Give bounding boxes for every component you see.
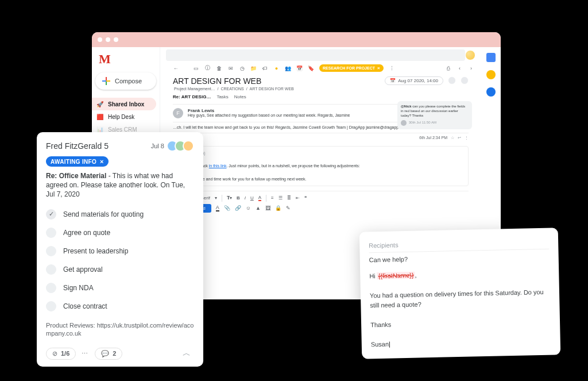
reply-icon[interactable]: ↩ — [458, 136, 461, 140]
back-icon[interactable]: ← — [173, 65, 179, 71]
compose-action-bar: Send A 📎 🔗 ☺ ▲ 🖼 🔒 ✎ — [189, 203, 469, 216]
task-assignees[interactable] — [170, 140, 194, 152]
move-icon[interactable]: 📁 — [250, 65, 257, 71]
sidebar-item-help-desk[interactable]: 🟥 Help Desk — [92, 110, 156, 123]
search-input[interactable] — [166, 49, 465, 61]
task-subject: Re: Office Material - This is what we ha… — [46, 171, 194, 199]
breadcrumb[interactable]: Project Management… / CREATIONS / ART DE… — [173, 87, 380, 91]
calendar-addon-icon[interactable] — [486, 53, 496, 62]
remove-status-icon[interactable]: × — [100, 158, 104, 165]
compose-button[interactable]: Compose — [95, 72, 156, 90]
status-chip[interactable]: AWAITING INFO × — [46, 156, 109, 167]
bold-icon[interactable]: B — [237, 195, 240, 201]
account-avatar[interactable] — [465, 50, 475, 60]
subtask-row[interactable]: Sign NDA — [46, 279, 194, 297]
subtask-checkbox[interactable]: ✓ — [46, 209, 56, 220]
window-title-bar — [92, 32, 501, 47]
subtask-checkbox[interactable] — [46, 228, 56, 238]
compose-body[interactable]: Hi {{firstName}}, You had a question on … — [369, 263, 551, 350]
inline-link[interactable]: in this link — [209, 164, 227, 168]
remove-label-icon[interactable]: × — [377, 66, 380, 71]
drag-date-icon[interactable]: 📅 — [296, 65, 303, 71]
compose-card[interactable]: Recipients Can we help? Hi {{firstName}}… — [359, 228, 561, 359]
tasks-addon-icon[interactable] — [486, 87, 496, 97]
subtask-label: Sign NDA — [63, 284, 94, 292]
emoji-icon[interactable]: ☺ — [246, 205, 251, 211]
star-icon[interactable]: ☆ — [451, 136, 454, 140]
link-icon[interactable]: 🔗 — [235, 205, 241, 211]
more-icon[interactable]: ⋮ — [389, 65, 395, 71]
tab-notes[interactable]: Notes — [234, 94, 246, 102]
subtask-checkbox[interactable] — [46, 301, 56, 311]
archive-icon[interactable]: ▭ — [193, 65, 199, 71]
square-icon: 🟥 — [96, 113, 103, 120]
message-preview: Hey guys, See attached my suggestion bas… — [188, 113, 350, 117]
confidential-icon[interactable]: 🔒 — [275, 205, 281, 211]
collapse-icon[interactable]: ︿ — [179, 346, 194, 361]
comment-icon: 💬 — [101, 350, 109, 357]
traffic-light-dot[interactable] — [114, 37, 118, 42]
underline-icon[interactable]: U — [250, 195, 254, 201]
prev-icon[interactable]: ‹ — [457, 65, 463, 71]
assignee-avatar[interactable] — [461, 76, 469, 84]
subtask-checkbox[interactable] — [46, 283, 56, 293]
gmail-logo: M — [99, 52, 111, 67]
sidebar-item-label: Sales CRM — [108, 126, 137, 133]
sender-name: Frank Lewis — [188, 108, 350, 113]
task-card-date: Jul 8 — [151, 143, 164, 149]
tab-tasks[interactable]: Tasks — [216, 94, 228, 102]
sidebar-item-shared-inbox[interactable]: 🚀 Shared Inbox — [92, 98, 156, 110]
traffic-light-dot[interactable] — [98, 37, 102, 42]
reply-editor-body[interactable]: .com) …back in this link. Just minor poi… — [189, 146, 469, 186]
list-bullet-icon[interactable]: ☰ — [278, 195, 283, 201]
more-icon[interactable]: ⋮ — [465, 136, 469, 140]
mention: @Nick — [401, 105, 412, 108]
next-icon[interactable]: › — [468, 65, 474, 71]
spam-icon[interactable]: ⓘ — [204, 65, 211, 71]
quote-icon[interactable]: ❝ — [304, 195, 307, 201]
tab-conversation[interactable]: Re: ART DESIG… — [173, 94, 211, 102]
subtask-checkbox[interactable] — [46, 264, 56, 275]
message-date: 6th Jul 2:34 PM — [419, 136, 447, 140]
subtask-row[interactable]: Agree on quote — [46, 224, 194, 242]
drag-assign-icon[interactable]: 👥 — [285, 65, 291, 71]
text-color-icon[interactable]: A — [258, 195, 261, 201]
print-icon[interactable]: ⎙ — [445, 65, 451, 71]
align-icon[interactable]: ≡ — [271, 195, 274, 201]
task-more-icon[interactable]: ⋯ — [82, 350, 89, 357]
snooze-icon[interactable]: ◷ — [239, 65, 245, 71]
subtask-row[interactable]: ✓Send materials for quoting — [46, 205, 194, 224]
delete-icon[interactable]: 🗑 — [216, 65, 222, 71]
subtask-label: Close contract — [63, 302, 107, 310]
format-icon[interactable]: A — [216, 205, 219, 211]
image-icon[interactable]: 🖼 — [265, 205, 270, 211]
list-number-icon[interactable]: ≣ — [287, 195, 291, 201]
drag-people-icon[interactable]: ● — [273, 65, 280, 71]
font-size-icon[interactable]: 𝗧▾ — [227, 195, 232, 201]
attach-icon[interactable]: 📎 — [224, 205, 230, 211]
signature-icon[interactable]: ✎ — [286, 205, 291, 211]
drive-icon[interactable]: ▲ — [256, 205, 261, 211]
comments-pill[interactable]: 💬 2 — [95, 348, 122, 360]
mark-unread-icon[interactable]: ✉ — [227, 65, 234, 71]
subtask-progress-pill[interactable]: ⊘ 1/6 — [46, 348, 76, 360]
keep-addon-icon[interactable] — [486, 70, 496, 79]
thread-message[interactable]: 6th Jul 2:34 PM ☆ ↩ ⋮ — [173, 133, 469, 140]
italic-icon[interactable]: I — [245, 195, 246, 201]
compose-label: Compose — [115, 78, 142, 84]
inline-comment[interactable]: @Nick can you please complete the fields… — [397, 101, 472, 129]
drag-tag-icon[interactable]: 🔖 — [308, 65, 314, 71]
subtask-row[interactable]: Present to leadership — [46, 242, 194, 260]
subtask-row[interactable]: Close contract — [46, 297, 194, 315]
due-date-chip[interactable]: 📅 Aug 07 2020, 14:00 — [385, 76, 443, 85]
assignee-avatar[interactable] — [448, 76, 456, 84]
label-chip-research[interactable]: RESEARCH FOR PROJECT× — [319, 64, 384, 72]
traffic-light-dot[interactable] — [106, 37, 110, 42]
indent-icon[interactable]: ⇤ — [296, 195, 300, 201]
task-card-title: Fred FitzGerald 5 — [46, 141, 109, 151]
task-card[interactable]: Fred FitzGerald 5 Jul 8 AWAITING INFO × … — [37, 132, 203, 367]
task-note: Product Reviews: https://uk.trustpilot.c… — [46, 321, 194, 338]
subtask-checkbox[interactable] — [46, 246, 56, 256]
subtask-row[interactable]: Get approval — [46, 260, 194, 279]
label-icon[interactable]: 🏷 — [262, 65, 268, 71]
